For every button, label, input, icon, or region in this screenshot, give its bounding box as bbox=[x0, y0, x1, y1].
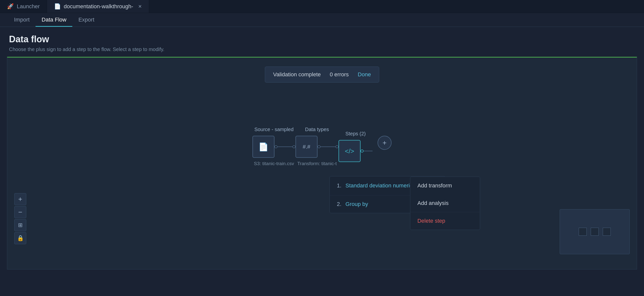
doc-icon: 📄 bbox=[54, 3, 61, 10]
source-right-dot bbox=[274, 145, 277, 148]
launcher-icon: 🚀 bbox=[7, 3, 14, 10]
flow-nodes-wrapper: Source - sampled 📄 S3: titanic-train.csv… bbox=[252, 127, 392, 166]
steps-node[interactable]: </> bbox=[339, 140, 361, 162]
minimap-node-1 bbox=[579, 228, 587, 236]
tab-export[interactable]: Export bbox=[72, 13, 100, 27]
minimap-node-3 bbox=[603, 228, 611, 236]
context-menu: Add transform Add analysis Delete step bbox=[410, 177, 480, 230]
page-subtitle: Choose the plus sign to add a step to th… bbox=[9, 47, 635, 52]
tab-close-button[interactable]: ✕ bbox=[138, 4, 142, 9]
validation-text: Validation complete bbox=[273, 71, 321, 78]
datatypes-line bbox=[320, 147, 336, 147]
steps-left-dot bbox=[336, 145, 339, 148]
page-header: Data flow Choose the plus sign to add a … bbox=[0, 27, 644, 57]
minimap-node-2 bbox=[591, 228, 599, 236]
source-line bbox=[277, 147, 292, 147]
step-2-text: 2. Group by bbox=[337, 201, 368, 207]
datatypes-left-dot bbox=[292, 145, 295, 148]
minimap bbox=[560, 209, 630, 254]
zoom-lock-button[interactable]: 🔒 bbox=[14, 232, 26, 244]
zoom-fit-button[interactable]: ⊞ bbox=[14, 219, 26, 231]
validation-banner: Validation complete 0 errors Done bbox=[265, 67, 379, 83]
datatypes-sublabel: Transform: titanic-t bbox=[297, 161, 337, 166]
tab-dataflow[interactable]: Data Flow bbox=[36, 13, 72, 27]
title-bar: 🚀 Launcher 📄 documentation-walkthrough- … bbox=[0, 0, 644, 13]
steps-row: </> bbox=[339, 140, 373, 162]
steps-label: Steps (2) bbox=[345, 131, 366, 137]
zoom-out-button[interactable]: − bbox=[14, 206, 26, 218]
context-add-transform[interactable]: Add transform bbox=[410, 177, 480, 194]
tab-import[interactable]: Import bbox=[8, 13, 36, 27]
tab-doc-walkthrough[interactable]: 📄 documentation-walkthrough- ✕ bbox=[47, 0, 149, 13]
steps-node-group: Steps (2) </> bbox=[339, 131, 373, 162]
datatypes-right-dot bbox=[317, 145, 320, 148]
source-label: Source - sampled bbox=[254, 127, 294, 132]
source-node[interactable]: 📄 bbox=[252, 136, 274, 158]
validation-done-button[interactable]: Done bbox=[358, 71, 371, 78]
context-delete-step[interactable]: Delete step bbox=[410, 212, 480, 230]
zoom-controls: + − ⊞ 🔒 bbox=[14, 193, 26, 244]
page-title: Data flow bbox=[9, 34, 635, 45]
datatypes-node[interactable]: #.# bbox=[295, 136, 317, 158]
add-step-button[interactable]: + bbox=[378, 136, 392, 150]
steps-line bbox=[364, 151, 373, 151]
datatypes-label: Data types bbox=[305, 127, 329, 132]
datatypes-row: #.# bbox=[295, 136, 339, 158]
zoom-in-button[interactable]: + bbox=[14, 193, 26, 205]
flow-canvas: Validation complete 0 errors Done Source… bbox=[7, 57, 637, 269]
source-icon: 📄 bbox=[258, 142, 268, 152]
steps-icon: </> bbox=[345, 147, 354, 155]
steps-right-dot bbox=[361, 150, 364, 153]
tab-launcher[interactable]: 🚀 Launcher bbox=[0, 0, 47, 13]
validation-errors: 0 errors bbox=[330, 71, 349, 78]
source-node-group: Source - sampled 📄 S3: titanic-train.csv bbox=[252, 127, 295, 166]
datatypes-node-group: Data types #.# Transform: titanic-t bbox=[295, 127, 339, 166]
source-row: 📄 bbox=[252, 136, 295, 158]
datatypes-icon: #.# bbox=[303, 144, 310, 150]
nav-tabs: Import Data Flow Export bbox=[0, 13, 644, 27]
context-add-analysis[interactable]: Add analysis bbox=[410, 194, 480, 212]
source-sublabel: S3: titanic-train.csv bbox=[254, 161, 294, 166]
